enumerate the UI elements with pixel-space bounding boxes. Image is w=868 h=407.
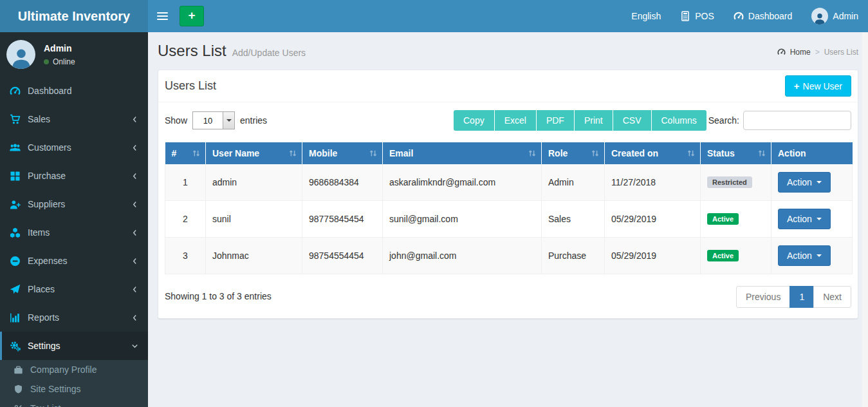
new-user-button[interactable]: + New User [785, 75, 851, 97]
cart-icon [10, 114, 21, 125]
sort-icon [192, 149, 201, 158]
column-header-num[interactable]: # [165, 142, 206, 164]
row-action-button[interactable]: Action [778, 245, 831, 266]
export-button-group: Copy Excel PDF Print CSV Columns [454, 110, 706, 131]
column-header-username[interactable]: User Name [206, 142, 302, 164]
percent-icon [14, 404, 23, 407]
cell-num: 1 [165, 164, 206, 201]
status-badge: Active [707, 213, 739, 225]
sidebar-toggle-icon[interactable] [148, 0, 177, 32]
caret-down-icon [817, 254, 822, 260]
chevron-left-icon [131, 115, 139, 124]
table-header-row: # User Name Mobile Email Role Created on… [165, 142, 853, 164]
sidebar-item-places[interactable]: Places [0, 275, 148, 303]
tachometer-icon [734, 11, 744, 21]
column-header-action: Action [771, 142, 853, 164]
sidebar-item-tax-list[interactable]: Tax List [0, 399, 148, 407]
cell-role: Purchase [542, 238, 605, 274]
nav-pos[interactable]: POS [670, 0, 724, 32]
sidebar-item-company-profile[interactable]: Company Profile [0, 360, 148, 379]
sidebar-item-label: Expenses [28, 256, 67, 266]
pagination-previous[interactable]: Previous [736, 286, 790, 308]
cell-mobile: 98754554454 [302, 238, 383, 274]
chevron-left-icon [131, 285, 139, 294]
online-status-dot [44, 59, 49, 64]
print-button[interactable]: Print [575, 110, 613, 131]
top-header: Ultimate Inventory + English POS Dashboa… [0, 0, 868, 32]
sidebar-menu: Dashboard Sales Customers Purchase Suppl… [0, 77, 148, 360]
scrollbar-track[interactable] [862, 32, 868, 407]
sidebar-item-items[interactable]: Items [0, 218, 148, 247]
quick-add-button[interactable]: + [180, 6, 204, 26]
chevron-left-icon [131, 200, 139, 209]
sidebar-item-sales[interactable]: Sales [0, 105, 148, 133]
sidebar-item-site-settings[interactable]: Site Settings [0, 379, 148, 399]
table-row: 3 Johnmac 98754554454 john@gmail.com Pur… [165, 238, 853, 274]
pagination-page-1[interactable]: 1 [790, 286, 814, 308]
sidebar-item-label: Purchase [28, 171, 66, 181]
column-header-role[interactable]: Role [542, 142, 605, 164]
pdf-button[interactable]: PDF [537, 110, 575, 131]
table-footer: Showing 1 to 3 of 3 entries Previous 1 N… [158, 274, 858, 318]
sidebar-user-name: Admin [44, 43, 75, 53]
sidebar-item-customers[interactable]: Customers [0, 133, 148, 162]
user-avatar [811, 8, 828, 24]
sort-icon [528, 149, 537, 158]
cell-mobile: 9686884384 [302, 164, 383, 201]
sidebar-item-label: Sales [28, 114, 50, 124]
sidebar-item-purchase[interactable]: Purchase [0, 162, 148, 190]
cell-role: Admin [542, 164, 605, 201]
submenu-item-label: Tax List [30, 403, 60, 407]
nav-user-menu[interactable]: Admin [802, 0, 868, 32]
sidebar-item-dashboard[interactable]: Dashboard [0, 77, 148, 105]
nav-dashboard[interactable]: Dashboard [724, 0, 802, 32]
top-navbar: + English POS Dashboard Admin [148, 0, 868, 32]
sidebar-item-reports[interactable]: Reports [0, 303, 148, 332]
page-length-select[interactable]: 10 [192, 111, 235, 129]
sidebar-item-suppliers[interactable]: Suppliers [0, 190, 148, 218]
nav-language[interactable]: English [622, 0, 670, 32]
chevron-left-icon [131, 314, 139, 322]
chevron-left-icon [131, 144, 139, 152]
submenu-item-label: Site Settings [30, 384, 81, 394]
column-header-status[interactable]: Status [701, 142, 771, 164]
copy-button[interactable]: Copy [454, 110, 495, 131]
sort-icon [288, 149, 297, 158]
nav-dashboard-label: Dashboard [748, 11, 793, 21]
search-input[interactable] [743, 111, 851, 130]
app-logo[interactable]: Ultimate Inventory [0, 0, 148, 32]
column-header-mobile[interactable]: Mobile [302, 142, 383, 164]
breadcrumb-home[interactable]: Home [790, 48, 811, 57]
excel-button[interactable]: Excel [495, 110, 537, 131]
sort-icon [369, 149, 378, 158]
cell-username: Johnmac [206, 238, 302, 274]
cell-role: Sales [542, 201, 605, 238]
submenu-item-label: Company Profile [30, 364, 97, 375]
sidebar-user-status: Online [53, 57, 75, 66]
column-header-email[interactable]: Email [383, 142, 542, 164]
columns-button[interactable]: Columns [652, 110, 706, 131]
users-table: # User Name Mobile Email Role Created on… [165, 142, 853, 274]
nav-pos-label: POS [695, 11, 714, 21]
pagination-next[interactable]: Next [813, 286, 851, 308]
status-badge: Restricted [707, 176, 752, 188]
tachometer-icon [777, 48, 786, 56]
caret-down-icon [817, 181, 822, 186]
csv-button[interactable]: CSV [613, 110, 652, 131]
panel-header: Users List + New User [158, 70, 858, 102]
sort-icon [591, 149, 600, 158]
sidebar-item-label: Reports [28, 312, 59, 323]
cell-created: 11/27/2018 [605, 164, 701, 201]
sidebar-item-expenses[interactable]: Expenses [0, 247, 148, 275]
sidebar-item-settings[interactable]: Settings [0, 332, 148, 360]
cell-email: sunil@gmail.com [383, 201, 542, 238]
sidebar-avatar [6, 40, 35, 69]
search-label: Search: [708, 115, 739, 126]
table-info: Showing 1 to 3 of 3 entries [165, 286, 272, 301]
tachometer-icon [10, 86, 21, 97]
row-action-button[interactable]: Action [778, 172, 831, 193]
row-action-button[interactable]: Action [778, 209, 831, 229]
column-header-created[interactable]: Created on [605, 142, 701, 164]
nav-language-label: English [631, 11, 661, 21]
cell-email: john@gmail.com [383, 238, 542, 274]
